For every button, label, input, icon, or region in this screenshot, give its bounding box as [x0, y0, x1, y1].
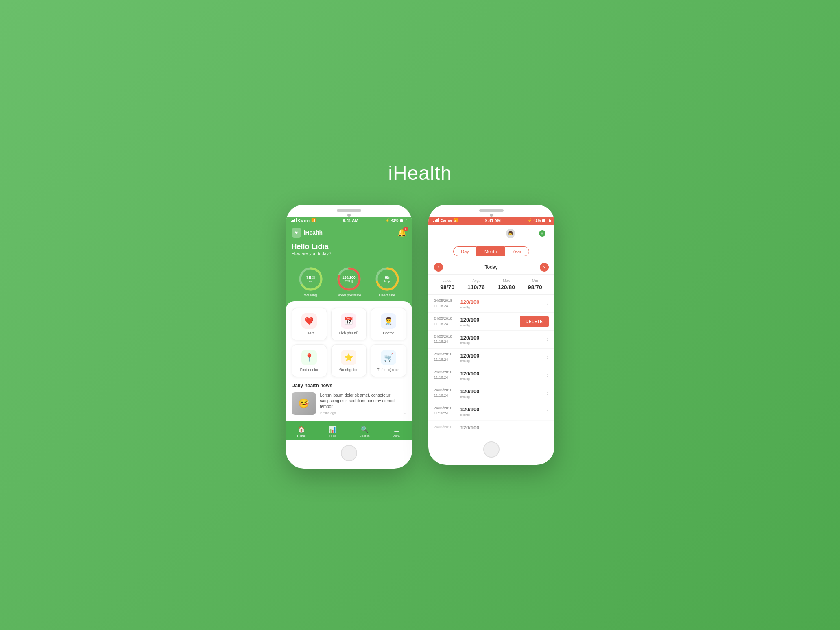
- nav-search[interactable]: 🔍 Search: [356, 425, 373, 438]
- hr-number: 95: [384, 275, 390, 280]
- record-row-5[interactable]: 24/05/2018 11:16:24 120/100 mmHg ›: [428, 366, 554, 384]
- tab-month[interactable]: Month: [477, 246, 505, 256]
- record-row-3[interactable]: 24/05/2018 11:16:24 120/100 mmHg ›: [428, 331, 554, 349]
- record-unit-3: mmHg: [460, 341, 547, 345]
- record-row-4[interactable]: 24/05/2018 11:16:24 120/100 mmHg ›: [428, 349, 554, 366]
- hr-unit: bmp: [384, 280, 390, 283]
- notification-badge: 6: [403, 227, 408, 231]
- news-section-title: Daily health news: [292, 383, 406, 388]
- record-date-6: 24/05/2018: [434, 388, 452, 392]
- avg-value: 110/76: [467, 284, 485, 290]
- add-user-button[interactable]: +: [539, 230, 545, 237]
- signal-bar-4: [296, 218, 297, 222]
- walking-unit: km: [306, 280, 315, 283]
- calendar-label: Lich phu nữ: [339, 331, 359, 335]
- add-icon: 🛒: [381, 350, 396, 365]
- phone-bottom-1: [286, 440, 412, 469]
- tab-year[interactable]: Year: [504, 246, 529, 256]
- phones-container: Carrier 📶 9:41 AM ⚡ 42% ♥ iHealth: [286, 205, 554, 469]
- news-card[interactable]: 🤒 Lorem ipsum dolor sit amet, consetetur…: [292, 392, 406, 415]
- app-header-green: ♥ iHealth 🔔 6 Hello Lidia How are you to…: [286, 225, 412, 262]
- stats-header: Latest 98/70 Avg. 110/76 Max 120/80 Min …: [428, 275, 554, 295]
- signal-bar-3: [294, 219, 295, 222]
- nav-menu[interactable]: ☰ Menu: [389, 425, 404, 438]
- calendar-icon: 📅: [341, 313, 356, 329]
- heart-rate-label: Đo nhịp tim: [339, 368, 358, 372]
- files-nav-icon: 📊: [329, 425, 337, 433]
- icon-card-heart[interactable]: ❤️ Heart: [292, 308, 327, 340]
- notification-bell[interactable]: 🔔 6: [397, 228, 406, 237]
- user-chip[interactable]: 👩 Lidia Marin +: [505, 228, 549, 239]
- icon-card-calendar[interactable]: 📅 Lich phu nữ: [331, 308, 367, 340]
- record-time-6: 11:16:24: [434, 393, 448, 397]
- orange-nav: ‹ Heart rate 👩 Lidia Marin +: [428, 225, 554, 242]
- record-datetime-4: 24/05/2018 11:16:24: [434, 352, 460, 363]
- nav-home[interactable]: 🏠 Home: [294, 425, 309, 438]
- record-datetime-5: 24/05/2018 11:16:24: [434, 370, 460, 381]
- max-value: 120/80: [497, 284, 515, 290]
- home-button-2[interactable]: [483, 441, 500, 458]
- icon-card-find-doctor[interactable]: 📍 Find doctor: [292, 344, 327, 377]
- record-time-2: 11:16:24: [434, 322, 448, 326]
- record-datetime-1: 24/05/2018 11:16:24: [434, 298, 460, 309]
- news-text: Lorem ipsum dolor sit amet, consetetur s…: [320, 392, 406, 410]
- app-name: iHealth: [304, 229, 323, 236]
- walking-number: 10.3: [306, 275, 315, 280]
- find-doctor-label: Find doctor: [300, 368, 319, 372]
- back-button[interactable]: ‹: [434, 230, 436, 237]
- bottom-nav: 🏠 Home 📊 Files 🔍 Search ☰ Menu: [286, 421, 412, 440]
- record-time-4: 11:16:24: [434, 358, 448, 362]
- record-row-2[interactable]: 24/05/2018 11:16:24 120/100 mmHg DELETE: [428, 313, 554, 331]
- doctor-icon: 👨‍⚕️: [381, 313, 396, 329]
- app-logo: ♥ iHealth: [292, 228, 323, 238]
- record-value-group-5: 120/100 mmHg: [460, 370, 547, 381]
- delete-button[interactable]: DELETE: [520, 316, 548, 327]
- date-next-button[interactable]: ›: [540, 263, 549, 272]
- date-prev-button[interactable]: ‹: [434, 263, 443, 272]
- icon-card-heart-rate[interactable]: ⭐ Đo nhịp tim: [331, 344, 367, 377]
- record-time-5: 11:16:24: [434, 375, 448, 379]
- home-nav-icon: 🏠: [297, 425, 305, 433]
- hr-value: 95 bmp: [384, 275, 390, 283]
- record-datetime-8: 24/05/2018: [434, 425, 460, 430]
- wifi-icon-2: 📶: [454, 218, 458, 222]
- icon-card-add[interactable]: 🛒 Thêm tiện ích: [371, 344, 406, 377]
- record-unit-7: mmHg: [460, 413, 547, 416]
- signal-bar-2: [292, 220, 294, 222]
- walking-circle: 10.3 km: [298, 266, 323, 292]
- record-date-3: 24/05/2018: [434, 334, 452, 338]
- record-datetime-3: 24/05/2018 11:16:24: [434, 334, 460, 345]
- status-bar-2: Carrier 📶 9:41 AM ⚡ 42%: [428, 217, 554, 225]
- heart-favorite-icon[interactable]: ♡: [404, 411, 406, 415]
- icon-card-doctor[interactable]: 👨‍⚕️ Doctor: [371, 308, 406, 340]
- records-list: 24/05/2018 11:16:24 120/100 mmHg › 24/05…: [428, 295, 554, 434]
- tab-day[interactable]: Day: [453, 246, 477, 256]
- record-row-6[interactable]: 24/05/2018 11:16:24 120/100 mmHg ›: [428, 384, 554, 402]
- record-date-5: 24/05/2018: [434, 370, 452, 374]
- record-time-1: 11:16:24: [434, 304, 448, 308]
- phone-home: Carrier 📶 9:41 AM ⚡ 42% ♥ iHealth: [286, 205, 412, 469]
- record-arrow-7: ›: [547, 408, 549, 414]
- record-value-4: 120/100: [460, 353, 480, 359]
- news-thumbnail: 🤒: [292, 392, 316, 415]
- nav-files[interactable]: 📊 Files: [325, 425, 340, 438]
- stat-min: Min 98/70: [528, 279, 542, 290]
- record-arrow-3: ›: [547, 336, 549, 342]
- record-row-1[interactable]: 24/05/2018 11:16:24 120/100 mmHg ›: [428, 295, 554, 313]
- record-date-1: 24/05/2018: [434, 299, 452, 303]
- max-label: Max: [497, 279, 515, 283]
- walking-value: 10.3 km: [306, 275, 315, 283]
- record-row-7[interactable]: 24/05/2018 11:16:24 120/100 mmHg ›: [428, 402, 554, 420]
- home-button-1[interactable]: [341, 445, 357, 461]
- status-right-2: ⚡ 42%: [528, 218, 549, 222]
- stat-max: Max 120/80: [497, 279, 515, 290]
- latest-value: 98/70: [440, 284, 454, 290]
- battery-text-2: 42%: [533, 218, 541, 222]
- phone-heart-rate: Carrier 📶 9:41 AM ⚡ 42% ‹ Heart rate 👩 L…: [428, 205, 554, 465]
- record-value-2: 120/100: [460, 317, 480, 323]
- record-value-5: 120/100: [460, 371, 480, 377]
- status-left-1: Carrier 📶: [291, 218, 316, 222]
- phone-home-content: Carrier 📶 9:41 AM ⚡ 42% ♥ iHealth: [286, 217, 412, 440]
- news-time: 2 mins ago ♡: [320, 411, 406, 415]
- stat-walking: 10.3 km Walking: [298, 266, 323, 297]
